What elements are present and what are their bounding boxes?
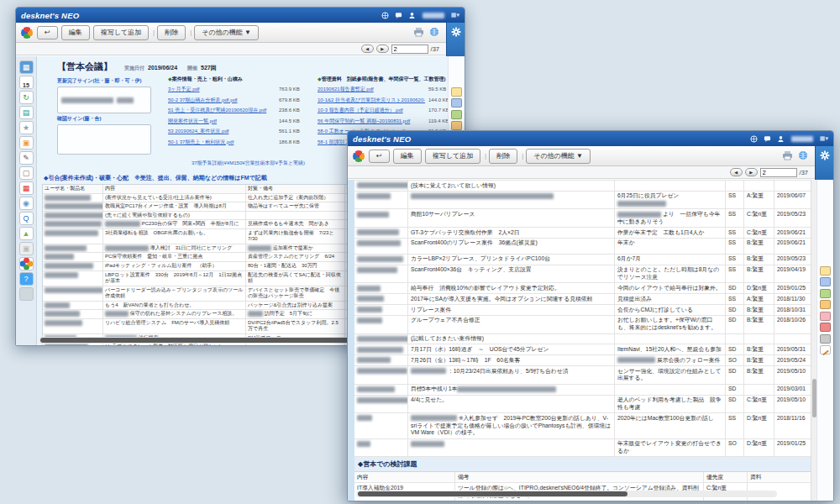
file-link[interactable]: 51 売上・受注残及び実績20190620現在.pdf [168,107,276,114]
todo-icon[interactable]: ↻ [19,91,34,104]
files-right-title: ◆管理資料 別紙参照(報告書、年間保守一覧、工数管理) [318,76,448,83]
table-row: 7月26日（金）13時～17時 1F 60名集客 展示会後のフォロー案件 SO … [354,355,811,366]
color-label-icon[interactable] [451,87,462,97]
app-logo: desknet's NEO [21,11,79,20]
vertical-scrollbar[interactable] [811,180,816,501]
search-app-icon[interactable]: Q [19,212,34,225]
next-page-button[interactable]: ▶ [376,45,389,53]
globe-icon[interactable] [381,12,389,19]
edit-button[interactable]: 編集 [61,25,90,40]
file-link[interactable]: 10-3 報告書内容（予定日超過分）.pdf [318,107,425,114]
color-label-icon[interactable] [820,277,831,286]
file-link[interactable]: 50-2 37期山積み分析表.pdf.pdf [168,97,276,104]
sign1-box [57,87,151,113]
prev-page-button[interactable]: ◀ [730,168,743,176]
favorite-icon[interactable]: ★ [19,121,34,134]
settings-gear-button[interactable] [446,23,465,56]
share-globe-icon[interactable] [429,25,439,40]
workflow-icon[interactable]: ▤ [19,106,34,119]
file-row: 20190621報告書暫定.pdf 59.5 KB [318,86,448,93]
color-label-icon[interactable] [820,289,831,298]
freq-label: 開催 [187,65,197,72]
file-link[interactable]: 53 20190624_案件状況.pdf [168,128,276,135]
prev-page-button[interactable]: ◀ [361,45,374,53]
table-row: バーコードリーダー読み込み～プリンタジョブ表示のツール作成依頼 デバイスとセット… [43,286,398,302]
misc-icon[interactable] [19,287,34,301]
table-row: (技本に覚えておいて欲しい情報) [354,181,811,192]
page-input[interactable] [760,168,797,177]
color-label-icon[interactable] [451,121,462,130]
file-row: 56 年間保守契約一覧 満期~20190831.pdf 119.4 KB [318,118,448,125]
color-label-icon[interactable] [820,266,831,276]
document-icon[interactable]: ▦ [19,181,34,195]
topics-header: 内容備考優先度資料 [354,472,811,483]
share-globe-icon[interactable] [798,149,808,164]
file-link[interactable]: 50-1 37期売上・粗利状況.pdf [168,139,276,146]
help-icon[interactable]: ? [19,272,34,286]
freq-value: 527回 [201,64,217,72]
memo-icon[interactable]: ✎ [19,151,34,165]
titlebar-menu-icon[interactable]: ▦▾ [820,135,828,142]
color-label-icon[interactable] [820,323,831,332]
table-row: 保守の切れた基幹システムのリプレース相談。 訪問予定 5月下旬に SO [43,310,398,319]
copy-add-button[interactable]: 複写して追加 [425,149,480,164]
back-button[interactable]: ↩ [37,26,58,39]
cabinet-icon[interactable]: ▣ [19,136,34,150]
schedule-icon[interactable]: 15 [19,76,34,89]
back-button[interactable]: ↩ [369,150,390,163]
table-row: ScanFront400×36台 キッティング、支店設置 決まりとのこと。ただし… [354,265,811,284]
color-label-icon[interactable] [820,334,831,344]
more-functions-button[interactable]: その他の機能 ▼ [526,149,591,164]
table-row: 商館10サーバリプレース より 一括保守も今年中に動きありそう SS C:緊n重… [354,209,811,228]
settings-gear-button[interactable] [815,146,833,180]
color-label-icon[interactable] [451,110,462,119]
inactive-icon[interactable]: ▣ [19,242,34,255]
user-icon[interactable] [777,135,785,143]
report-icon[interactable]: ▢ [19,166,34,180]
column-header: ユーザ名・製品名 [43,185,103,193]
table-row: 導入検討 31日に同社にヒアリング 追加案件で提案か SS B:緊重 [43,244,398,254]
color-label-icon[interactable] [820,312,831,321]
chat-icon[interactable] [764,135,771,143]
edit-button[interactable]: 編集 [393,149,422,164]
globe-icon[interactable] [750,135,758,143]
color-label-icon[interactable] [820,300,831,309]
file-link[interactable]: 3ヶ月予定.pdf [168,86,276,93]
titlebar: desknet's NEO ▦▾ [348,131,833,146]
page-input[interactable] [391,45,428,54]
address-icon[interactable]: ◉ [19,197,34,210]
app-sidebar: ▦15↻▤★▣✎▢▦◉Q▲▣? [16,56,37,345]
table-row: もう4 新VANの業者とも打ち合わせ。 パッケージ&引合先は別作り込み提案 SO… [43,302,398,311]
delete-button[interactable]: 削除 [157,25,186,40]
table-row: GT-3ケブバッテリ交換取付作業 2人×2日 作業が年末予定 工数も1日4人か … [354,228,811,239]
file-size: 170.7 KB [428,108,448,113]
neo-app-icon[interactable] [19,257,34,270]
file-link[interactable]: 56 年間保守契約一覧 満期~20190831.pdf [318,118,425,125]
file-link[interactable]: 20190621報告書暫定.pdf [318,86,425,93]
label-tag-panel [816,180,833,501]
edit-label-icon[interactable] [820,345,831,354]
horizontal-scrollbar[interactable] [356,491,777,497]
color-label-icon[interactable] [451,98,462,108]
file-row: 50-2 37期山積み分析表.pdf.pdf 679.8 KB [168,97,309,104]
print-icon[interactable] [413,25,424,40]
table-row: 給与奉行 消費税10%の影響でレイアウト変更予定対応。 今回のレイアウトで給与奉… [354,283,811,294]
chat-icon[interactable] [395,12,402,19]
table-row: 4/4に見せた。 老人のベッド利用を考慮した製品 競争性も考慮 SD C:緊n重… [354,396,811,414]
case-table: (技本に覚えておいて欲しい情報) 6月25日に役員プレゼン SS A:緊重 [354,180,811,457]
user-icon[interactable] [408,12,416,19]
more-functions-button[interactable]: その他の機能 ▼ [194,25,259,40]
titlebar-menu-icon[interactable]: ▦▾ [451,12,459,18]
table-row: リハビリ総合管理システム FMのサーバ導入見積依頼 DV/PC2台/iPad5台… [43,319,398,334]
horizontal-scrollbar[interactable] [39,337,397,344]
print-icon[interactable] [782,149,793,164]
inquiry-table-header: ユーザ名・製品名内容対策・備考部署優先度 [43,185,398,194]
copy-add-button[interactable]: 複写して追加 [93,25,149,40]
file-link[interactable]: 10-1&2 担当者及び営業別未完リスト20190620− [318,97,425,104]
date-value: 2019/06/24 [148,65,177,71]
file-link[interactable]: 開発案件状況一覧.pdf [168,118,276,125]
portal-icon[interactable]: ▦ [19,60,34,74]
delete-button[interactable]: 削除 [489,149,517,164]
stats-icon[interactable]: ▲ [19,227,34,240]
next-page-button[interactable]: ▶ [745,168,758,176]
